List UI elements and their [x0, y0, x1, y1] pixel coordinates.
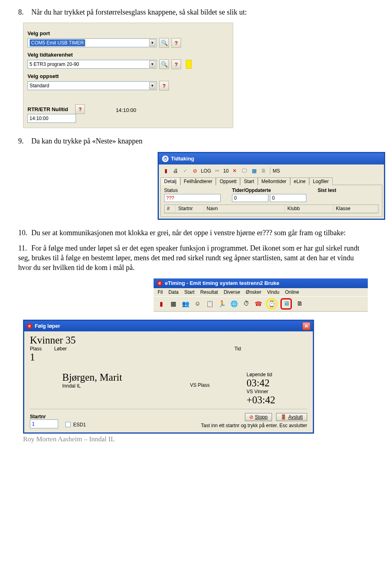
oppsett-dropdown[interactable]: Standard ▼	[27, 81, 157, 90]
app-icon: e	[157, 280, 162, 286]
para-10-text: Du ser at kommunikasjonen mot klokka er …	[32, 229, 346, 237]
col-plass: Plass	[30, 346, 54, 352]
folg-title: Følg løper	[35, 323, 60, 329]
result-table: # Startnr Navn Klubb Klasse	[164, 204, 379, 213]
menu-start[interactable]: Start	[184, 289, 194, 295]
watch-follow-icon[interactable]: ⌚	[266, 298, 277, 310]
tidtaking-titlebar: ⏱ Tidtaking	[159, 153, 384, 164]
chevron-down-icon[interactable]: ▼	[149, 82, 156, 89]
para-9: 9. Da kan du trykke på «Neste» knappen	[18, 136, 364, 146]
help-button[interactable]: ?	[75, 104, 85, 114]
tab-eline[interactable]: eLine	[290, 177, 309, 185]
tider-field-1[interactable]	[232, 194, 268, 202]
menu-diverse[interactable]: Diverse	[224, 289, 240, 295]
question-icon: ?	[78, 106, 82, 112]
para-8: 8. Når du har trykket på forstørrelsesgl…	[18, 7, 364, 17]
para-11: 11. For å følge med under løpet så er de…	[18, 243, 364, 273]
print-icon[interactable]: 🖨	[172, 167, 179, 175]
document-icon[interactable]: 🗎	[295, 299, 304, 308]
col-klubb[interactable]: Klubb	[285, 205, 333, 213]
help-button[interactable]: ?	[171, 38, 181, 48]
col-startnr[interactable]: Startnr	[176, 205, 204, 213]
col-num[interactable]: #	[164, 205, 176, 213]
menu-online[interactable]: Online	[285, 289, 299, 295]
tab-start[interactable]: Start	[240, 177, 257, 185]
face-icon[interactable]: ☺	[193, 299, 202, 308]
tider-field-2[interactable]	[270, 194, 306, 202]
plass-value: 1	[30, 352, 307, 363]
tab-oppsett[interactable]: Oppsett	[216, 177, 240, 185]
menu-resultat[interactable]: Resultat	[200, 289, 218, 295]
klubb-name: Inndal IL	[62, 383, 190, 389]
magnifier-button[interactable]: 🔍	[159, 59, 169, 69]
nulltid-input[interactable]	[27, 114, 76, 123]
esd1-label: ESD1	[73, 422, 86, 428]
port-value: COM5 Emit USB TIMER	[30, 39, 85, 46]
avslutt-label: Avslutt	[288, 414, 303, 420]
scissors-icon[interactable]: ✂	[213, 167, 221, 175]
startnr-input[interactable]	[30, 419, 58, 428]
col-tid: Tid	[234, 346, 307, 352]
port-dropdown[interactable]: COM5 Emit USB TIMER ▼	[27, 38, 157, 47]
tab-feilhandterer[interactable]: Feilhåndterer	[180, 177, 216, 185]
lopende-label: Løpende tid	[247, 372, 307, 377]
runner-group-icon[interactable]: 👥	[181, 299, 190, 308]
calendar-icon[interactable]: ▦	[169, 299, 178, 308]
close-icon: ✕	[304, 323, 308, 329]
device-icon[interactable]: ▮	[157, 299, 166, 308]
tid-dropdown[interactable]: 5 ETR3 program 20-90 ▼	[27, 60, 157, 69]
klasse-label: Kvinner 35	[30, 335, 307, 346]
label-velg-port: Velg port	[27, 30, 229, 36]
stopwatch-icon[interactable]: ⏱	[242, 299, 251, 308]
magnifier-icon: 🔍	[161, 40, 168, 46]
separator	[270, 167, 270, 175]
phone-icon[interactable]: ☎	[254, 299, 263, 308]
chevron-down-icon[interactable]: ▼	[149, 61, 156, 68]
running-icon[interactable]: 🏃	[217, 299, 226, 308]
athlete-name: Bjørgen, Marit	[62, 372, 190, 383]
question-icon: ?	[175, 61, 178, 67]
tab-logfiler[interactable]: Logfiler	[309, 177, 332, 185]
col-navn[interactable]: Navn	[204, 205, 285, 213]
startnr-label: Startnr	[30, 414, 58, 419]
log-label[interactable]: LOG	[201, 167, 211, 175]
stopp-button[interactable]: ⊘ Stopp	[245, 413, 272, 421]
door-icon: 🚪	[280, 414, 287, 420]
status-label: Status	[164, 188, 221, 193]
globe-icon[interactable]: 🌐	[230, 299, 238, 308]
avslutt-button[interactable]: 🚪 Avslutt	[276, 413, 307, 421]
esd1-checkbox[interactable]	[65, 422, 71, 427]
vs-vinner-label: VS Vinner	[247, 389, 307, 394]
ms-label[interactable]: MS	[273, 167, 280, 175]
menu-fil[interactable]: Fil	[158, 289, 163, 295]
tidtaking-tabbody: Status Tider/Oppdaterte Sist lest	[160, 185, 382, 217]
close-button[interactable]: ✕	[302, 322, 310, 330]
chevron-down-icon[interactable]: ▼	[149, 39, 156, 46]
check-icon[interactable]: ✓	[181, 167, 189, 175]
x-red-icon[interactable]: ✕	[231, 167, 238, 175]
startlist-icon[interactable]: 🖥	[280, 298, 292, 310]
col-klasse[interactable]: Klasse	[333, 205, 378, 213]
doc-icon[interactable]: 🗎	[260, 167, 268, 175]
menu-data[interactable]: Data	[169, 289, 179, 295]
device-icon[interactable]: ▮	[162, 167, 169, 175]
label-nulltid: RTR/ETR Nulltid	[27, 106, 68, 112]
status-field[interactable]	[164, 194, 221, 202]
clipboard-icon[interactable]: 📋	[205, 299, 214, 308]
magnifier-button[interactable]: 🔍	[159, 38, 169, 48]
no-entry-icon: ⊘	[249, 414, 253, 420]
vs-value: +03:42	[247, 394, 307, 406]
col-lober: Løber	[54, 346, 234, 352]
display-icon[interactable]: 🖵	[241, 167, 248, 175]
menu-vindu[interactable]: Vindu	[267, 289, 279, 295]
grid-icon[interactable]: ▦	[251, 167, 258, 175]
tab-detalj[interactable]: Detalj	[160, 177, 180, 185]
tidtaking-toolbar: ▮ 🖨 ✓ ⊘ LOG ✂ 10 ✕ 🖵 ▦ 🗎 MS	[160, 166, 382, 176]
menu-onsker[interactable]: Ønsker	[246, 289, 261, 295]
help-button[interactable]: ?	[171, 59, 181, 69]
no-entry-icon[interactable]: ⊘	[191, 167, 198, 175]
help-button[interactable]: ?	[159, 81, 169, 91]
tab-mellomtider[interactable]: Mellomtider	[258, 177, 290, 185]
etiming-titlebar: e eTiming - Emit timing system testrenn2…	[154, 278, 368, 288]
question-icon: ?	[162, 83, 166, 89]
